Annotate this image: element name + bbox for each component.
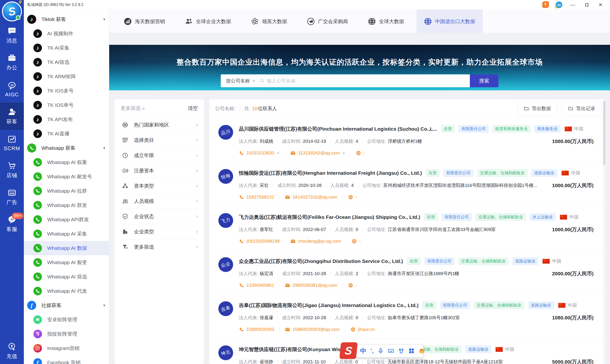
filter-item-资本类型[interactable]: 资本类型› [121,178,198,193]
rail-item-广告[interactable]: ADS广告 [0,183,24,210]
company-tag: 在营 [424,213,438,221]
sidebar-item-社媒获客[interactable]: f社媒获客▾ [24,298,109,312]
sidebar-item-Whatsapp AI 耐发号[interactable]: Whatsapp AI 耐发号 [24,169,109,184]
close-button[interactable]: ✕ [597,2,604,8]
phone-icon [239,283,244,288]
rail-item-消息[interactable]: 消息 [0,22,24,49]
search-input[interactable]: 输入公司名称 [260,74,470,87]
sidebar-item-Whatsapp AI 采集[interactable]: Whatsapp AI 采集 [24,227,109,241]
sidebar-item-Instagram营销[interactable]: Instagram营销 [24,341,109,355]
contact-website[interactable]: jihaul.cn [350,327,375,332]
clear-filters-button[interactable]: 清空 [188,105,198,112]
chevron-right-icon: › [196,152,198,158]
contact-phone[interactable]: 15031533830▼ [239,150,280,156]
rail-item-获客[interactable]: 获客 [0,103,24,130]
sidebar-item-TK API发布[interactable]: ♪TK API发布 [24,112,109,127]
contact-website[interactable]: - [351,239,361,244]
chinese-mode-icon[interactable]: 中 [360,347,366,354]
filter-item-选择类目[interactable]: 选择类目› [121,132,198,148]
maximize-button[interactable] [583,3,590,6]
skin-icon[interactable] [398,347,404,354]
contact-website[interactable]: - [348,283,357,288]
sidebar-item-TK AI筛选[interactable]: ♪TK AI筛选 [24,55,109,69]
rail-item-客服[interactable]: 99+AI客服 [0,210,24,237]
contact-website[interactable]: - [348,195,357,200]
filter-item-注册资本[interactable]: ¥注册资本› [121,163,198,178]
sidebar-item-安卓矩阵管理[interactable]: 安卓矩阵管理 [24,312,109,327]
company-name[interactable]: 恒翰国际货运(江苏)有限公司(Henghan International Fre… [239,170,422,176]
search-category-select[interactable]: 按公司名称 ▼ [221,74,260,87]
minimize-button[interactable]: — [570,2,576,8]
tab-领英大数据[interactable]: 领英大数据 [243,10,295,33]
filter-item-成立年限[interactable]: 成立年限› [121,148,198,163]
ai-assistant-icon[interactable]: Ai [556,1,562,8]
search-button[interactable]: 搜索 [470,74,498,87]
sidebar-item-TK IOS单号[interactable]: ♪TK IOS单号 [24,98,109,112]
sidebar-item-Whatsapp AI 群发[interactable]: Whatsapp AI 群发 [24,198,109,212]
tiktok-icon: ♪ [33,130,42,138]
sidebar-item-AI 视频制作[interactable]: ♪AI 视频制作 [24,26,109,41]
contact-phone[interactable]: 15827568131 [239,195,274,200]
translate-icon[interactable]: T [542,2,548,8]
contact-website[interactable]: - [356,150,365,156]
sidebar-item-label: Whatsapp AI 拉群 [47,188,87,194]
rail-item-店铺[interactable]: 店铺 [0,156,24,183]
sidebar-item-TK AI直播[interactable]: ♪TK AI直播 [24,127,109,141]
company-name[interactable]: 坤元智慧供应链(江苏)有限公司(Kunyuan Wisdom S [239,346,356,353]
sidebar-item-Whatsapp AI 数据[interactable]: Whatsapp AI 数据 [24,241,109,255]
sidebar-item-Whatsapp AI 筛选[interactable]: Whatsapp AI 筛选 [24,270,109,284]
contact-phone[interactable]: (0513)55088198 [239,239,280,244]
sidebar-item-Whatsapp AI 代发[interactable]: Whatsapp AI 代发 [24,284,109,298]
legal-rep-value: 杨宏清 [260,271,273,277]
company-name[interactable]: 飞力达奥远(江苏)航运有限公司(Feiliks Far-Ocean (Jiang… [239,214,420,221]
founded-date-label: 成立时间: [282,359,301,364]
contact-email[interactable]: 113139242@qq.com▼ [290,150,345,156]
company-name[interactable]: 众企惠工业品(江苏)有限公司(Zhongqihui Distribution S… [239,258,403,265]
tab-全球企业大数据[interactable]: 全球企业大数据 [177,10,239,33]
sidebar-item-TK AI采集[interactable]: ♪TK AI采集 [24,41,109,55]
filter-item-企业状态[interactable]: 企业状态› [121,208,198,224]
export-data-button[interactable]: 导出数据 [517,102,557,115]
mic-icon[interactable] [377,347,384,354]
sidebar-item-Whatsapp 获客[interactable]: Whatsapp 获客▾ [24,141,109,155]
sidebar-item-TK ARM矩阵[interactable]: ♪TK ARM矩阵 [24,69,109,84]
tab-广交会采购商[interactable]: 广交会采购商 [299,10,356,33]
filter-item-企业类型[interactable]: 企业类型› [121,224,198,239]
emoji-icon[interactable] [419,347,425,354]
sidebar-item-指纹矩阵管理[interactable]: 指纹矩阵管理 [24,327,109,341]
company-tag: 租赁和商务服务业 [493,125,531,133]
filter-item-人员规模[interactable]: 人员规模› [121,193,198,208]
ime-logo[interactable]: S [339,342,358,359]
rail-item-充值[interactable]: ¥充值 [0,338,24,364]
punctuation-icon[interactable]: ʼ, [370,347,374,354]
export-log-button[interactable]: 导出记录 [562,102,602,115]
tab-海关数据营销[interactable]: 海关数据营销 [116,10,173,33]
filter-item-更多筛选[interactable]: 更多筛选› [121,239,198,254]
contact-phone[interactable]: 13390965861 [239,283,274,288]
sidebar-item-TK IOS多号[interactable]: ♪TK IOS多号 [24,84,109,98]
rail-item-SCRM[interactable]: SCRM [0,130,24,156]
contact-email[interactable]: zhoufeng@js-og.com [290,239,341,244]
rail-item-AIGC[interactable]: AIAIGC [0,76,24,103]
company-name[interactable]: 吉皋(江苏)国际物流有限公司(Jigao (Jiangsu) Internati… [239,302,419,309]
filter-item-热门国家和地区[interactable]: 热门国家和地区› [121,117,198,132]
sidebar-item-label: TK API发布 [47,116,73,123]
scrollbar-thumb[interactable] [603,101,606,165]
toolbox-icon[interactable] [408,347,415,354]
tab-中国进出口大数据[interactable]: 中国进出口大数据 [416,10,483,33]
sidebar-item-Whatsapp AI 裂变[interactable]: Whatsapp AI 裂变 [24,255,109,270]
sidebar-item-Whatsapp AI 拉群[interactable]: Whatsapp AI 拉群 [24,184,109,198]
sidebar-item-Tiktok 获客[interactable]: ♪Tiktok 获客▾ [24,12,109,26]
sidebar-item-Whatsapp AI 权重[interactable]: Whatsapp AI 权重 [24,155,109,169]
contact-phone[interactable]: 15880929393 [239,327,274,332]
keyboard-icon[interactable] [388,347,394,354]
rail-item-办公[interactable]: 办公 [0,49,24,76]
contact-email[interactable]: 15880929393@qq.com [285,327,340,332]
company-name[interactable]: 品川国际供应链管理(江苏)有限公司(Pinchuan International… [239,126,437,132]
sidebar-item-Whatsapp API群发[interactable]: Whatsapp API群发 [24,212,109,227]
contact-email[interactable]: 1814027316@qq.com [285,195,337,200]
sidebar-item-Facebook 营销[interactable]: fFacebook 营销 [24,355,109,364]
tab-全球大数据[interactable]: 全球大数据 [360,10,412,33]
mail-icon [285,195,290,200]
contact-email[interactable]: 2985598381@qq.com [285,283,337,288]
